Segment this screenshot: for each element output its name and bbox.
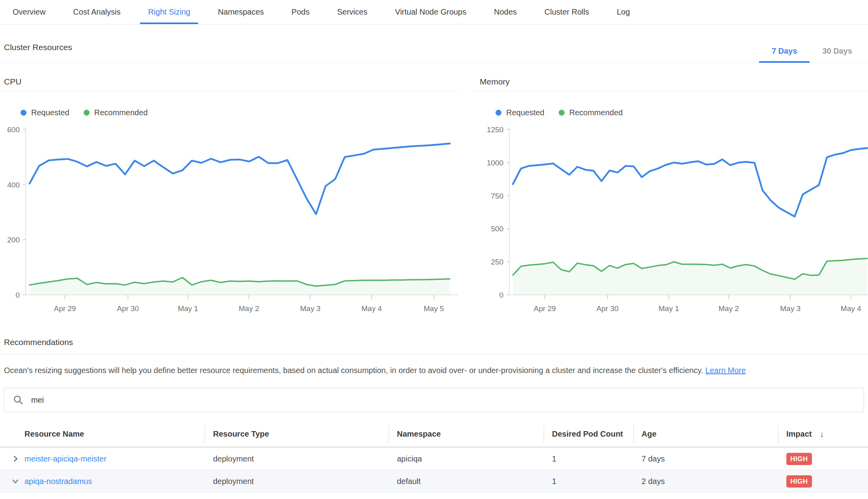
- memory-chart-legend: RequestedRecommended: [496, 108, 868, 117]
- tab-bar: OverviewCost AnalysisRight SizingNamespa…: [0, 0, 868, 24]
- range-toggle: 7 Days30 Days: [759, 47, 865, 63]
- impact-high-badge: HIGH: [786, 453, 812, 465]
- svg-text:May 2: May 2: [718, 304, 739, 313]
- tab-pods[interactable]: Pods: [284, 0, 318, 24]
- namespace-cell: default: [389, 470, 544, 492]
- svg-text:Apr 30: Apr 30: [597, 304, 619, 313]
- svg-text:May 3: May 3: [780, 304, 801, 313]
- column-label: Resource Type: [213, 430, 269, 439]
- impact-cell: HIGH: [778, 470, 868, 492]
- resource-name-link[interactable]: meister-apiciqa-meister: [24, 454, 107, 463]
- range-option-30-days[interactable]: 30 Days: [810, 47, 865, 63]
- table-body: meister-apiciqa-meisterdeploymentapiciqa…: [0, 448, 868, 493]
- resource-type-cell: deployment: [205, 448, 389, 470]
- svg-text:Apr 29: Apr 29: [534, 304, 556, 313]
- column-label: Resource Name: [24, 430, 84, 439]
- svg-text:750: 750: [491, 192, 503, 200]
- svg-text:1250: 1250: [487, 126, 503, 134]
- age-cell: 7 days: [633, 448, 778, 470]
- svg-text:May 1: May 1: [178, 304, 198, 313]
- tab-nodes[interactable]: Nodes: [486, 0, 525, 24]
- tab-right-sizing[interactable]: Right Sizing: [140, 0, 198, 24]
- legend-label: Requested: [506, 108, 544, 117]
- svg-text:May 5: May 5: [424, 304, 444, 313]
- sort-descending-icon[interactable]: ↓: [819, 430, 824, 439]
- column-header-resource-name[interactable]: Resource Name: [0, 422, 205, 446]
- column-label: Namespace: [397, 430, 441, 439]
- memory-chart-panel: Memory RequestedRecommended 025050075010…: [472, 77, 868, 313]
- svg-text:Apr 30: Apr 30: [117, 304, 139, 313]
- cpu-title-divider: CPU: [0, 77, 458, 92]
- tab-namespaces[interactable]: Namespaces: [210, 0, 272, 24]
- svg-text:May 4: May 4: [841, 304, 861, 313]
- table-header: Resource NameResource TypeNamespaceDesir…: [0, 422, 868, 448]
- column-header-age[interactable]: Age: [633, 422, 778, 446]
- column-label: Impact: [786, 430, 812, 439]
- charts-row: CPU RequestedRecommended 0200400600Apr 2…: [0, 77, 868, 313]
- tab-cluster-rolls[interactable]: Cluster Rolls: [537, 0, 597, 24]
- impact-cell: HIGH: [778, 448, 868, 470]
- legend-item-requested[interactable]: Requested: [21, 108, 69, 117]
- legend-item-recommended[interactable]: Recommended: [84, 108, 148, 117]
- svg-text:May 4: May 4: [361, 304, 382, 313]
- svg-text:1000: 1000: [487, 159, 503, 167]
- svg-text:400: 400: [7, 181, 20, 189]
- cpu-chart-panel: CPU RequestedRecommended 0200400600Apr 2…: [0, 77, 458, 313]
- learn-more-link[interactable]: Learn More: [705, 366, 746, 375]
- tab-overview[interactable]: Overview: [5, 0, 53, 24]
- tab-cost-analysis[interactable]: Cost Analysis: [65, 0, 128, 24]
- svg-text:200: 200: [7, 236, 20, 244]
- recommendations-title: Recommendations: [4, 338, 868, 347]
- legend-item-requested[interactable]: Requested: [496, 108, 544, 117]
- svg-text:250: 250: [491, 258, 503, 266]
- column-header-namespace[interactable]: Namespace: [389, 422, 544, 446]
- tab-log[interactable]: Log: [609, 0, 638, 24]
- table-row[interactable]: meister-apiciqa-meisterdeploymentapiciqa…: [0, 448, 868, 470]
- search-input[interactable]: [30, 395, 855, 405]
- svg-text:0: 0: [499, 291, 503, 299]
- cpu-chart: 0200400600Apr 29Apr 30May 1May 2May 3May…: [0, 124, 458, 313]
- legend-dot-requested: [496, 110, 501, 116]
- impact-high-badge: HIGH: [786, 475, 812, 488]
- memory-title-divider: Memory: [472, 77, 868, 92]
- column-header-impact[interactable]: Impact↓: [778, 422, 868, 446]
- memory-chart-title: Memory: [480, 77, 868, 86]
- recommendations-description-text: Ocean's resizing suggestions will help y…: [4, 366, 703, 375]
- resource-name-link[interactable]: apiqa-nostradamus: [24, 477, 92, 486]
- column-header-desired-pod-count[interactable]: Desired Pod Count: [544, 422, 633, 446]
- search-box[interactable]: [4, 388, 864, 412]
- svg-text:May 1: May 1: [658, 304, 679, 313]
- resource-type-cell: deployment: [205, 470, 389, 492]
- cpu-chart-legend: RequestedRecommended: [21, 108, 458, 117]
- table-row[interactable]: apiqa-nostradamusdeploymentdefault12 day…: [0, 470, 868, 493]
- namespace-cell: apiciqa: [389, 448, 544, 470]
- svg-text:Apr 29: Apr 29: [54, 304, 76, 313]
- svg-text:May 3: May 3: [300, 304, 321, 313]
- search-icon: [13, 395, 23, 405]
- expand-row-icon[interactable]: [11, 455, 20, 463]
- recommendations-description: Ocean's resizing suggestions will help y…: [4, 365, 864, 376]
- desired-pod-count-cell: 1: [544, 470, 633, 492]
- age-cell: 2 days: [633, 470, 778, 492]
- tab-services[interactable]: Services: [329, 0, 375, 24]
- svg-text:500: 500: [491, 225, 503, 233]
- range-option-7-days[interactable]: 7 Days: [759, 47, 810, 63]
- recommendations-table: Resource NameResource TypeNamespaceDesir…: [0, 422, 868, 493]
- legend-label: Recommended: [569, 108, 623, 117]
- svg-text:May 2: May 2: [239, 304, 259, 313]
- collapse-row-icon[interactable]: [11, 477, 20, 485]
- legend-item-recommended[interactable]: Recommended: [559, 108, 623, 117]
- legend-label: Requested: [31, 108, 69, 117]
- legend-dot-requested: [21, 110, 26, 116]
- svg-text:600: 600: [7, 126, 20, 134]
- svg-text:0: 0: [15, 291, 20, 299]
- cluster-resources-title: Cluster Resources: [4, 43, 72, 52]
- desired-pod-count-cell: 1: [544, 448, 633, 470]
- column-header-resource-type[interactable]: Resource Type: [205, 422, 389, 446]
- recommendations-header: Recommendations: [0, 338, 868, 355]
- legend-dot-recommended: [84, 110, 90, 116]
- legend-label: Recommended: [94, 108, 148, 117]
- tab-virtual-node-groups[interactable]: Virtual Node Groups: [387, 0, 474, 24]
- column-label: Age: [642, 430, 657, 439]
- cpu-chart-title: CPU: [4, 77, 458, 86]
